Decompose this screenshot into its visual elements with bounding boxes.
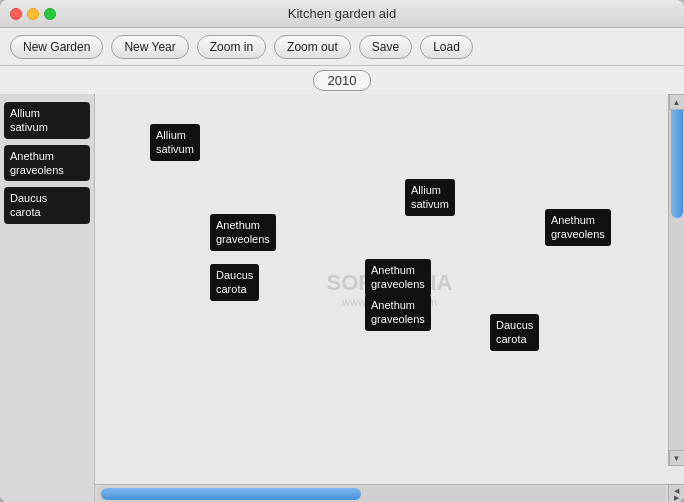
scroll-up-arrow[interactable]: ▲ [669,94,685,110]
garden-plant-g-allium-1[interactable]: Alliumsativum [150,124,200,161]
zoom-out-button[interactable]: Zoom out [274,35,351,59]
window-title: Kitchen garden aid [288,6,396,21]
maximize-button[interactable] [44,8,56,20]
vertical-scrollbar: ▲ ▼ [668,94,684,466]
new-year-button[interactable]: New Year [111,35,188,59]
close-button[interactable] [10,8,22,20]
scrollbar-corner: ◀ ▶ [668,485,684,503]
garden-scroll-area[interactable]: SOFTPEDIA www.softpedia.com Alliumsativu… [95,94,684,484]
sidebar-plant-anethum[interactable]: Anethum graveolens [4,145,90,182]
horizontal-scrollbar-thumb[interactable] [101,488,361,500]
bottom-bar: ◀ ▶ [95,484,684,502]
garden-canvas: SOFTPEDIA www.softpedia.com Alliumsativu… [95,94,684,484]
toolbar: New Garden New Year Zoom in Zoom out Sav… [0,28,684,66]
sidebar-plant-daucus[interactable]: Daucus carota [4,187,90,224]
scroll-down-arrow[interactable]: ▼ [669,450,685,466]
main-area: Allium sativum Anethum graveolens Daucus… [0,94,684,502]
garden-plant-g-daucus-1[interactable]: Daucuscarota [210,264,259,301]
garden-plant-g-daucus-2[interactable]: Daucuscarota [490,314,539,351]
garden-plant-g-anethum-2[interactable]: Anethumgraveolens [365,259,431,296]
garden-plant-g-anethum-3[interactable]: Anethumgraveolens [545,209,611,246]
vertical-scrollbar-thumb[interactable] [671,98,683,218]
horizontal-scrollbar[interactable] [97,486,666,502]
traffic-lights [10,8,56,20]
zoom-in-button[interactable]: Zoom in [197,35,266,59]
minimize-button[interactable] [27,8,39,20]
scroll-left-arrow[interactable]: ◀ [674,487,679,494]
new-garden-button[interactable]: New Garden [10,35,103,59]
scroll-right-arrow[interactable]: ▶ [674,494,679,501]
garden-plant-g-anethum-4[interactable]: Anethumgraveolens [365,294,431,331]
garden-container: SOFTPEDIA www.softpedia.com Alliumsativu… [95,94,684,502]
garden-plant-g-allium-2[interactable]: Alliumsativum [405,179,455,216]
year-row: 2010 [0,66,684,94]
garden-plant-g-anethum-1[interactable]: Anethumgraveolens [210,214,276,251]
year-badge: 2010 [313,70,372,91]
save-button[interactable]: Save [359,35,412,59]
sidebar-plant-allium[interactable]: Allium sativum [4,102,90,139]
load-button[interactable]: Load [420,35,473,59]
sidebar: Allium sativum Anethum graveolens Daucus… [0,94,95,502]
main-window: Kitchen garden aid New Garden New Year Z… [0,0,684,502]
titlebar: Kitchen garden aid [0,0,684,28]
